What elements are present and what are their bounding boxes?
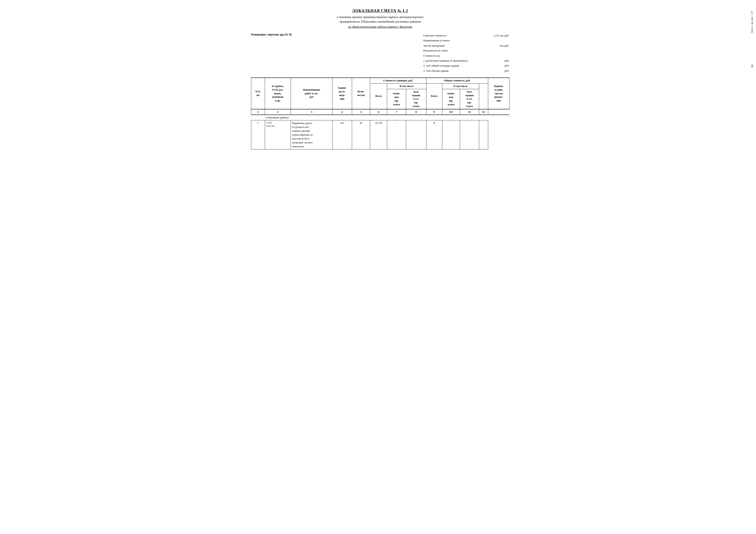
col-num-3: 3	[291, 109, 333, 115]
th-col4: Едини-ца из-мере-ния	[333, 78, 352, 109]
info-line8-value: руб.	[492, 68, 509, 73]
main-title: ЛОКАЛЬНАЯ СМЕТА № I-2	[251, 9, 509, 13]
th-basic-wage-all: основ-наязар-плата	[442, 89, 460, 109]
th-total-all: Всего	[426, 83, 442, 109]
col-num-8: 8	[406, 109, 426, 115]
th-col2: № прейск.УСН, рас-ценок,ценникови др.	[265, 78, 291, 109]
subtitle1: к типовому проекту производственного кор…	[251, 15, 509, 24]
col-num-7: 7	[387, 109, 406, 115]
row-basic-wage: -	[387, 120, 406, 149]
info-line2-label: Нормативная условно-	[423, 38, 488, 43]
th-col3: Наименованиеработ и зат-рат	[291, 78, 333, 109]
th-col5: Коли-чество	[352, 78, 370, 109]
th-including-unit: В том числе	[387, 83, 426, 89]
col-num-10: IO	[442, 109, 460, 115]
col-num-2: 2	[265, 109, 291, 115]
row-num: I	[251, 120, 265, 149]
th-basic-wage: основ-наязар-плата	[387, 89, 406, 109]
subtitle3: на общестроительные работы камеры с филь…	[251, 25, 509, 29]
info-line1-label: Сметная стоимость	[423, 33, 488, 38]
th-norm: Нормат.условн.чистаяпродук-ция	[488, 78, 509, 109]
page-container: 503-1-43.66 / 37 94 ЛОКАЛЬНАЯ СМЕТА № I-…	[251, 9, 509, 149]
th-mach-wage: эксп.машинв т.ч.зар-плата	[406, 89, 426, 109]
section-a-header-row: а/Земляные работы	[251, 115, 509, 120]
row-qty: 47	[352, 120, 370, 149]
col-num-4: 4	[333, 109, 352, 115]
row-norm-clean	[479, 120, 488, 149]
section-a-label: а/Земляные работы	[265, 115, 488, 120]
info-line6-value: руб.	[492, 58, 509, 63]
info-line1-value: 2,32 тыс.руб.	[492, 33, 509, 38]
info-line3-label: чистая продукция	[423, 43, 488, 48]
info-right: Сметная стоимость 2,32 тыс.руб. Норматив…	[423, 33, 509, 73]
th-cost-total: Общая стоимость, руб.	[426, 78, 488, 83]
info-line8-label: 3. 1м3 объема здания	[423, 68, 488, 73]
col-num-1: 1	[251, 109, 265, 115]
th-including-all: В том числе	[442, 83, 479, 89]
main-table: №№пп № прейск.УСН, рас-ценок,ценникови д…	[251, 78, 509, 149]
row-mach-wage: -	[406, 120, 426, 149]
info-line2-value	[492, 38, 509, 43]
title-section: ЛОКАЛЬНАЯ СМЕТА № I-2 к типовому проекту…	[251, 9, 509, 29]
row-unit: м3	[333, 120, 352, 149]
row-ref: I-175 н.22-14	[265, 120, 291, 149]
side-label-top: 503-1-43.66 / 37	[750, 11, 754, 33]
col-num-5: 5	[352, 109, 370, 115]
row-name: Разработка грунтаII группы в кот-лованах…	[291, 120, 333, 149]
info-line6-label: 1. расчетную единицу (I автомобиль)	[423, 58, 488, 63]
info-line4-label: Показатели по смете	[423, 48, 488, 53]
th-total-unit: Всего	[370, 83, 387, 109]
col-num-12: I2	[479, 109, 488, 115]
info-line5-label: Стоимость на:	[423, 53, 488, 58]
row-basic-wage-all	[442, 120, 460, 149]
th-mach-wage-all: эксп.машинв т.ч.зар-плата	[460, 89, 479, 109]
info-line7-value: руб.	[492, 63, 509, 68]
info-left: Основание: чертежи арх.№ 45	[251, 33, 292, 37]
col-num-6: 6	[370, 109, 387, 115]
info-line3-value: тыс.руб.	[492, 43, 509, 48]
side-label-bottom: 94	[750, 64, 754, 67]
th-col1: №№пп	[251, 78, 265, 109]
info-line7-label: 2. 1м2 общей площади здания	[423, 63, 488, 68]
row-total-unit: 0,178	[370, 120, 387, 149]
info-section: Основание: чертежи арх.№ 45 Сметная стои…	[251, 33, 509, 73]
row-total-all: 8	[426, 120, 442, 149]
table-row: I I-175 н.22-14 Разработка грунтаII груп…	[251, 120, 509, 149]
th-cost-unit: Стоимость единицы, руб.	[370, 78, 426, 83]
row-mach-wage-all	[460, 120, 479, 149]
col-num-9: 9	[426, 109, 442, 115]
col-num-11: II	[460, 109, 479, 115]
